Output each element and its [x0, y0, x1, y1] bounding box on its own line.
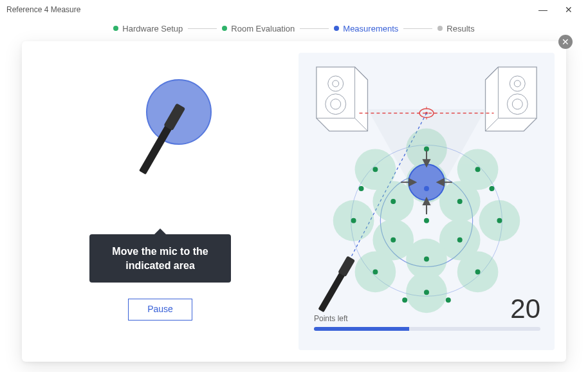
stepper: Hardware Setup Room Evaluation Measureme…	[0, 19, 588, 37]
svg-marker-12	[486, 67, 537, 131]
svg-point-48	[457, 199, 463, 204]
svg-point-51	[390, 237, 396, 243]
svg-point-54	[475, 167, 481, 172]
minimize-button[interactable]: —	[530, 5, 556, 15]
svg-point-49	[457, 237, 463, 243]
step-dot-icon	[334, 26, 339, 31]
mic-icon	[317, 256, 355, 313]
step-dot-icon	[113, 26, 118, 31]
step-measurements: Measurements	[334, 24, 398, 33]
svg-point-60	[372, 167, 378, 172]
pause-label: Pause	[147, 304, 173, 314]
left-pane: Move the mic to the indicated area Pause	[22, 41, 299, 362]
svg-point-64	[359, 186, 364, 191]
svg-point-55	[497, 218, 502, 223]
svg-point-66	[424, 186, 429, 191]
step-results: Results	[437, 24, 474, 33]
progress-bar	[314, 327, 540, 331]
pause-button[interactable]: Pause	[128, 299, 192, 321]
step-label: Measurements	[343, 24, 398, 33]
instruction-text: Move the mic to the indicated area	[112, 246, 208, 271]
svg-point-59	[351, 218, 356, 223]
progress-fill	[314, 327, 409, 331]
titlebar: Reference 4 Measure — ✕	[0, 0, 588, 19]
points-left-label: Points left	[314, 314, 348, 323]
step-label: Room Evaluation	[231, 24, 295, 33]
svg-rect-76	[338, 256, 355, 277]
step-connector	[300, 28, 329, 29]
step-hardware-setup: Hardware Setup	[113, 24, 183, 33]
speaker-left-icon	[317, 67, 368, 131]
svg-point-56	[475, 269, 481, 274]
points-left-value: 20	[510, 293, 540, 324]
svg-point-46	[424, 218, 429, 223]
svg-point-62	[446, 297, 451, 302]
svg-rect-75	[318, 270, 346, 312]
step-label: Hardware Setup	[122, 24, 183, 33]
svg-point-63	[490, 186, 495, 191]
svg-point-61	[402, 297, 407, 302]
svg-point-58	[372, 269, 378, 274]
instruction-tooltip: Move the mic to the indicated area	[89, 234, 231, 283]
speaker-right-icon	[486, 67, 537, 131]
close-button[interactable]: ✕	[556, 5, 582, 15]
close-card-button[interactable]: ✕	[558, 35, 573, 49]
main-card: ✕ Move the mic to the indicated area Pau…	[22, 41, 566, 362]
step-connector	[188, 28, 217, 29]
svg-point-50	[424, 257, 429, 262]
step-dot-icon	[437, 26, 443, 31]
window-title: Reference 4 Measure	[6, 5, 80, 14]
mic-target-illustration	[127, 73, 224, 202]
step-label: Results	[446, 24, 474, 33]
step-dot-icon	[222, 26, 227, 31]
step-connector	[403, 28, 432, 29]
step-room-evaluation: Room Evaluation	[222, 24, 295, 33]
right-pane: Points left 20	[299, 53, 555, 350]
svg-point-52	[390, 199, 396, 204]
svg-point-57	[424, 290, 429, 295]
svg-marker-3	[317, 67, 368, 131]
